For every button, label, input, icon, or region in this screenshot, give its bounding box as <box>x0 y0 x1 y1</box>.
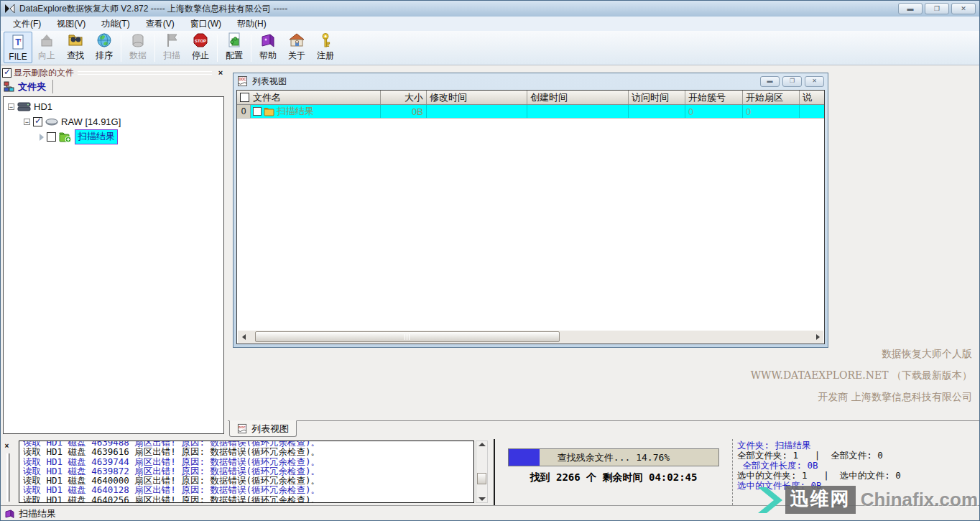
stat-line: 全部文件长度: 0B <box>737 461 975 471</box>
register-key-icon <box>318 32 333 50</box>
toolbar-register-button[interactable]: 注册 <box>311 32 340 63</box>
log-vertical-scrollbar[interactable] <box>476 441 488 503</box>
menu-window[interactable]: 窗口(W) <box>182 17 229 32</box>
child-minimize-button[interactable]: ▬ <box>760 76 780 87</box>
expand-arrow-icon[interactable] <box>40 134 44 141</box>
row-accessed <box>629 105 685 118</box>
folder-tab-row: 文件夹 <box>1 79 228 94</box>
title-bar: DataExplore数据恢复大师 V2.872 ----- 上海数擎信息科技有… <box>1 1 979 17</box>
collapse-icon[interactable]: − <box>24 119 30 125</box>
scroll-left-icon[interactable] <box>238 331 249 343</box>
column-created[interactable]: 创建时间 <box>527 91 629 104</box>
row-start-sector: 0 <box>743 105 800 118</box>
row-note <box>800 105 824 118</box>
status-text: 扫描结果 <box>19 507 56 520</box>
menu-function[interactable]: 功能(T) <box>93 17 137 32</box>
column-note[interactable]: 说 <box>800 91 824 104</box>
list-view-window: DOC 列表视图 ▬ ❐ ✕ 文件名 大小 修改时间 创建时间 访问 <box>233 73 828 348</box>
toolbar-data-button: 数据 <box>124 32 152 63</box>
tab-list-view[interactable]: DOC 列表视图 <box>229 420 297 437</box>
menu-look[interactable]: 查看(V) <box>138 17 182 32</box>
toolbar-stop-button[interactable]: STOP 停止 <box>186 32 215 63</box>
menu-view[interactable]: 视图(V) <box>49 17 93 32</box>
progress-pane: 查找残余文件... 14.76% 找到 2266 个 剩余时间 04:02:45 <box>495 439 732 505</box>
toolbar: Tr FILE 向上 查找 排序 数据 扫描 STOP 停止 <box>1 31 979 65</box>
svg-text:STOP: STOP <box>195 39 206 43</box>
window-title: DataExplore数据恢复大师 V2.872 ----- 上海数擎信息科技有… <box>19 3 287 15</box>
select-all-checkbox[interactable] <box>240 93 249 102</box>
toolbar-config-button[interactable]: 配置 <box>220 32 249 63</box>
toolbar-help-button[interactable]: 帮助 <box>254 32 282 63</box>
list-view-title: 列表视图 <box>252 75 287 88</box>
log-box: 读取 HD1 磁盘 4639488 扇区出错! 原因: 数据错误(循环冗余检查)… <box>19 441 474 503</box>
row-checkbox[interactable] <box>253 107 262 116</box>
book-icon <box>4 509 15 519</box>
child-restore-button[interactable]: ❐ <box>782 76 802 87</box>
scan-result-checkbox[interactable] <box>47 132 56 142</box>
table-row[interactable]: 0 扫描结果 0B 0 0 <box>237 105 824 119</box>
progress-label: 查找残余文件... 14.76% <box>509 449 718 466</box>
toolbar-sort-button[interactable]: 排序 <box>90 32 119 63</box>
child-close-button[interactable]: ✕ <box>805 76 824 87</box>
scroll-up-icon[interactable] <box>479 443 486 446</box>
restore-button[interactable]: ❐ <box>925 3 949 14</box>
tab-folders[interactable]: 文件夹 <box>2 80 53 93</box>
minimize-button[interactable]: ▬ <box>898 3 923 14</box>
log-line: 读取 HD1 磁盘 4640128 扇区出错! 原因: 数据错误(循环冗余检查)… <box>23 485 473 494</box>
toolbar-up-button: 向上 <box>32 32 61 63</box>
tree-node-raw[interactable]: − RAW [14.91G] <box>4 114 223 129</box>
list-view-titlebar[interactable]: DOC 列表视图 ▬ ❐ ✕ <box>234 73 828 89</box>
raw-checkbox[interactable] <box>33 117 42 126</box>
show-deleted-checkbox[interactable] <box>2 68 11 78</box>
svg-text:DOC: DOC <box>239 78 247 81</box>
toolbar-scan-button: 扫描 <box>157 32 186 63</box>
promo-line-3: 开发商 上海数擎信息科技有限公司 <box>751 386 972 407</box>
find-binoculars-icon <box>68 32 83 50</box>
toolbar-about-button[interactable]: 关于 <box>282 32 311 63</box>
partition-icon <box>45 118 58 126</box>
svg-text:DOC: DOC <box>239 425 245 429</box>
doc-icon: DOC <box>237 423 248 434</box>
tree-node-scan-result[interactable]: 扫描结果 <box>4 129 223 144</box>
column-modified[interactable]: 修改时间 <box>427 91 527 104</box>
close-button[interactable]: ✕ <box>951 3 976 14</box>
data-disk-icon <box>130 32 146 50</box>
scrollbar-thumb[interactable] <box>477 473 486 484</box>
column-accessed[interactable]: 访问时间 <box>629 91 685 104</box>
progress-found-label: 找到 2266 个 剩余时间 04:02:45 <box>495 471 732 484</box>
column-filename[interactable]: 文件名 <box>237 91 381 104</box>
scroll-down-icon[interactable] <box>479 497 486 501</box>
table-header: 文件名 大小 修改时间 创建时间 访问时间 开始簇号 开始扇区 说 <box>237 91 824 105</box>
log-splitter-handle[interactable] <box>6 453 10 502</box>
menu-file[interactable]: 文件(F) <box>5 17 49 32</box>
menu-help[interactable]: 帮助(H) <box>229 17 274 32</box>
mdi-tab-bar: DOC 列表视图 <box>228 420 979 439</box>
promo-line-2: WWW.DATAEXPLORE.NET （下载最新版本） <box>751 364 972 386</box>
divider <box>78 71 212 75</box>
column-size[interactable]: 大小 <box>381 91 427 104</box>
row-index: 0 <box>237 105 251 118</box>
scrollbar-thumb[interactable] <box>255 331 560 342</box>
harddisk-icon <box>17 101 31 113</box>
config-puzzle-icon <box>226 32 242 50</box>
collapse-icon[interactable]: − <box>8 103 14 110</box>
toolbar-file-button[interactable]: Tr FILE <box>4 32 32 63</box>
toolbar-find-button[interactable]: 查找 <box>61 32 90 63</box>
toolbar-separator <box>217 34 218 62</box>
horizontal-scrollbar[interactable] <box>238 331 823 343</box>
column-start-cluster[interactable]: 开始簇号 <box>685 91 743 104</box>
scroll-right-icon[interactable] <box>812 331 823 343</box>
row-created <box>527 105 629 118</box>
log-line: 读取 HD1 磁盘 4639616 扇区出错! 原因: 数据错误(循环冗余检查)… <box>23 447 473 456</box>
panel-close-icon[interactable]: × <box>216 68 226 78</box>
log-close-icon[interactable]: × <box>2 441 11 451</box>
column-start-sector[interactable]: 开始扇区 <box>743 91 800 104</box>
folder-icon <box>264 107 274 116</box>
folder-tree: − HD1 − RAW [14.91G] 扫描结果 <box>3 96 224 434</box>
tree-node-hd1[interactable]: − HD1 <box>4 99 223 114</box>
log-line: 读取 HD1 磁盘 4640000 扇区出错! 原因: 数据错误(循环冗余检查)… <box>23 476 473 485</box>
watermark: 迅维网 Chinafix.com <box>755 486 978 514</box>
stat-line: 全部文件夹: 1 | 全部文件: 0 <box>737 451 975 461</box>
promo-line-1: 数据恢复大师个人版 <box>751 343 972 364</box>
help-book-icon <box>260 32 276 50</box>
